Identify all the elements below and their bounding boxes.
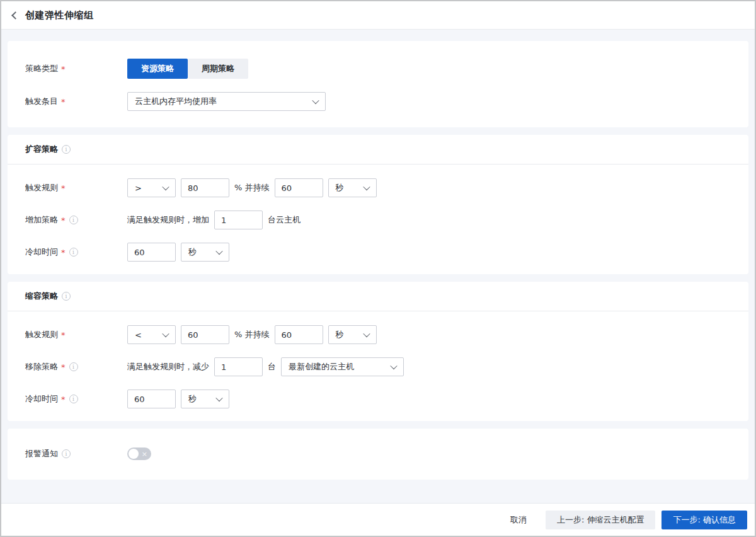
chevron-down-icon xyxy=(312,97,319,104)
scale-out-cooldown-input[interactable] xyxy=(127,243,176,262)
required-mark: * xyxy=(61,216,66,225)
page-body: 策略类型 * 资源策略 周期策略 触发条目 * 云主机内存平均使用率 xyxy=(1,30,755,503)
info-icon[interactable] xyxy=(69,216,78,224)
remove-policy-row: 移除策略 * 满足触发规则时，减少 台 最新创建的云主机 xyxy=(25,357,731,376)
info-icon[interactable] xyxy=(69,362,78,371)
add-count-input[interactable] xyxy=(214,211,263,229)
add-policy-label-wrap: 增加策略 * xyxy=(25,214,127,226)
alarm-toggle[interactable] xyxy=(127,448,151,460)
scale-out-cooldown-unit-value: 秒 xyxy=(188,246,197,258)
tab-period-policy[interactable]: 周期策略 xyxy=(188,59,248,79)
policy-type-tabs: 资源策略 周期策略 xyxy=(127,59,248,79)
scale-out-operator-select[interactable]: > xyxy=(127,178,176,197)
alarm-card: 报警通知 xyxy=(8,429,748,480)
scale-out-duration-input[interactable] xyxy=(275,178,323,197)
scale-in-card: 缩容策略 触发规则 * < % 并持续 xyxy=(8,282,748,421)
remove-target-value: 最新创建的云主机 xyxy=(289,361,354,372)
scale-out-cooldown-label-wrap: 冷却时间 * xyxy=(25,246,127,258)
policy-type-label-wrap: 策略类型 * xyxy=(25,63,127,74)
policy-basic-card: 策略类型 * 资源策略 周期策略 触发条目 * 云主机内存平均使用率 xyxy=(8,41,748,127)
chevron-down-icon xyxy=(162,330,169,337)
scale-out-duration-unit-value: 秒 xyxy=(336,182,344,193)
scale-in-duration-input[interactable] xyxy=(275,325,323,344)
info-icon[interactable] xyxy=(62,449,71,458)
scale-in-section-body: 触发规则 * < % 并持续 秒 xyxy=(8,311,748,421)
scale-in-cooldown-unit-select[interactable]: 秒 xyxy=(181,390,229,408)
scale-in-cooldown-label-wrap: 冷却时间 * xyxy=(25,393,127,405)
policy-type-label: 策略类型 xyxy=(25,63,58,74)
scale-in-operator-value: < xyxy=(135,330,142,340)
create-scaling-group-window: 创建弹性伸缩组 策略类型 * 资源策略 周期策略 触发条目 * xyxy=(0,0,756,537)
cooldown-label: 冷却时间 xyxy=(25,393,58,405)
scale-out-cooldown-row: 冷却时间 * 秒 xyxy=(25,243,731,262)
back-icon[interactable] xyxy=(11,11,20,20)
required-mark: * xyxy=(61,64,66,74)
remove-policy-prefix: 满足触发规则时，减少 xyxy=(127,361,209,372)
trigger-item-select[interactable]: 云主机内存平均使用率 xyxy=(127,92,326,111)
scale-out-between-text: % 并持续 xyxy=(234,182,270,193)
toggle-off-icon xyxy=(142,448,147,460)
chevron-down-icon xyxy=(390,362,397,369)
info-icon[interactable] xyxy=(69,248,78,257)
trigger-rule-label: 触发规则 xyxy=(25,182,58,193)
info-icon[interactable] xyxy=(69,395,78,403)
scale-out-threshold-input[interactable] xyxy=(181,178,229,197)
chevron-down-icon xyxy=(215,248,222,255)
scale-in-duration-unit-value: 秒 xyxy=(336,329,344,340)
required-mark: * xyxy=(61,97,66,107)
trigger-item-label: 触发条目 xyxy=(25,96,58,107)
scale-in-threshold-input[interactable] xyxy=(181,325,229,344)
next-step-button[interactable]: 下一步: 确认信息 xyxy=(662,511,747,529)
scale-out-duration-unit-select[interactable]: 秒 xyxy=(328,178,377,197)
cancel-button[interactable]: 取消 xyxy=(501,511,536,529)
add-policy-row: 增加策略 * 满足触发规则时，增加 台云主机 xyxy=(25,211,731,229)
trigger-item-row: 触发条目 * 云主机内存平均使用率 xyxy=(25,92,731,111)
alarm-label: 报警通知 xyxy=(25,448,58,459)
trigger-item-label-wrap: 触发条目 * xyxy=(25,96,127,107)
remove-policy-label-wrap: 移除策略 * xyxy=(25,361,127,372)
scale-in-cooldown-input[interactable] xyxy=(127,390,176,408)
page-footer: 取消 上一步: 伸缩云主机配置 下一步: 确认信息 xyxy=(1,503,755,536)
scale-in-trigger-rule-label-wrap: 触发规则 * xyxy=(25,329,127,340)
scale-out-operator-value: > xyxy=(135,183,142,193)
remove-policy-label: 移除策略 xyxy=(25,361,58,372)
previous-step-button[interactable]: 上一步: 伸缩云主机配置 xyxy=(546,511,656,529)
remove-count-input[interactable] xyxy=(214,357,263,376)
info-icon[interactable] xyxy=(62,292,71,301)
required-mark: * xyxy=(61,395,66,404)
toggle-knob xyxy=(129,449,139,459)
tab-resource-policy[interactable]: 资源策略 xyxy=(127,59,188,79)
required-mark: * xyxy=(61,183,66,193)
scale-in-cooldown-unit-value: 秒 xyxy=(188,393,197,405)
chevron-down-icon xyxy=(363,183,370,190)
trigger-item-value: 云主机内存平均使用率 xyxy=(135,96,217,107)
scale-out-section-body: 触发规则 * > % 并持续 秒 xyxy=(8,165,748,274)
info-icon[interactable] xyxy=(62,145,71,154)
chevron-down-icon xyxy=(215,395,222,401)
scale-out-cooldown-unit-select[interactable]: 秒 xyxy=(181,243,229,262)
trigger-rule-label: 触发规则 xyxy=(25,329,58,340)
scale-in-duration-unit-select[interactable]: 秒 xyxy=(328,325,377,344)
scale-in-section-head: 缩容策略 xyxy=(8,282,748,311)
scale-out-title: 扩容策略 xyxy=(25,144,58,155)
required-mark: * xyxy=(61,362,66,372)
scale-in-cooldown-row: 冷却时间 * 秒 xyxy=(25,390,731,408)
required-mark: * xyxy=(61,330,66,340)
page-title: 创建弹性伸缩组 xyxy=(25,9,94,21)
policy-type-row: 策略类型 * 资源策略 周期策略 xyxy=(25,59,731,79)
chevron-down-icon xyxy=(363,330,370,337)
scale-in-operator-select[interactable]: < xyxy=(127,325,176,344)
scale-out-trigger-rule-label-wrap: 触发规则 * xyxy=(25,182,127,193)
add-policy-label: 增加策略 xyxy=(25,214,58,226)
page-header: 创建弹性伸缩组 xyxy=(1,1,755,30)
add-policy-prefix: 满足触发规则时，增加 xyxy=(127,214,209,226)
remove-target-select[interactable]: 最新创建的云主机 xyxy=(281,357,404,376)
scale-out-section-head: 扩容策略 xyxy=(8,135,748,165)
scale-out-trigger-rule-row: 触发规则 * > % 并持续 秒 xyxy=(25,178,731,197)
cooldown-label: 冷却时间 xyxy=(25,246,58,258)
remove-policy-middle: 台 xyxy=(268,361,276,372)
chevron-down-icon xyxy=(162,183,169,190)
alarm-row: 报警通知 xyxy=(25,448,731,460)
scale-out-card: 扩容策略 触发规则 * > % 并持续 xyxy=(8,135,748,274)
scale-in-trigger-rule-row: 触发规则 * < % 并持续 秒 xyxy=(25,325,731,344)
